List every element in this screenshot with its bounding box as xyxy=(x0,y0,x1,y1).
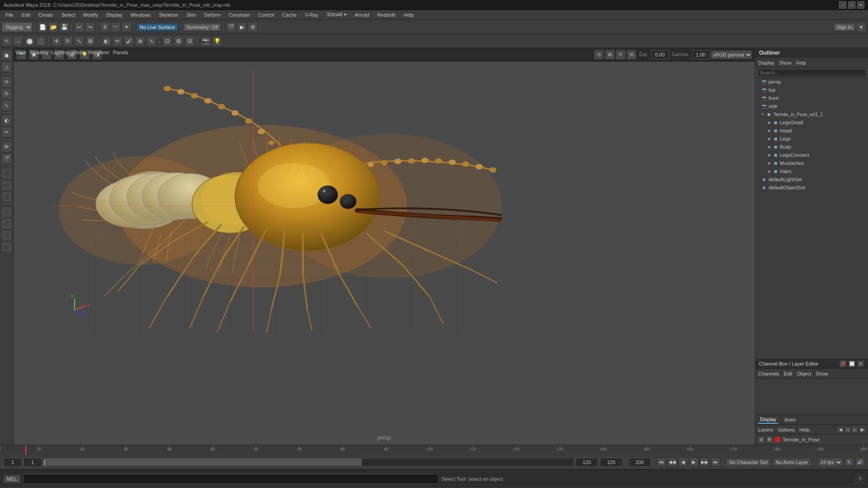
snap-surf-button[interactable]: ⊟ xyxy=(185,36,195,46)
mel-input[interactable] xyxy=(23,474,439,484)
menu-help[interactable]: Help xyxy=(400,11,418,19)
lasso-tool-button[interactable]: ⬦ xyxy=(13,36,23,46)
menu-control[interactable]: Control xyxy=(255,11,278,19)
vp-menu-panels[interactable]: Panels xyxy=(113,50,128,55)
outliner-menu-help[interactable]: Help xyxy=(796,60,807,66)
menu-deform[interactable]: Deform xyxy=(201,11,224,19)
no-live-surface-label[interactable]: No Live Surface xyxy=(137,23,178,31)
rotate-lt[interactable]: ↻ xyxy=(1,88,12,99)
soft-mod-button[interactable]: ◐ xyxy=(101,36,111,46)
channelbox-float-btn[interactable]: ⬜ xyxy=(848,360,855,367)
viewport[interactable]: 📷 ◼ ⬛ ◻ 🖼 💡 ◑ ⊙ ⊞ # ⊟ Exp: Gamma: sRGB g… xyxy=(14,48,755,445)
vp-gamma-input[interactable] xyxy=(692,50,710,59)
outliner-search-input[interactable] xyxy=(757,69,866,77)
workspace-dropdown[interactable]: ▾ xyxy=(856,22,866,32)
ipr-button[interactable]: ▶ xyxy=(237,22,247,32)
menu-constrain[interactable]: Constrain xyxy=(225,11,254,19)
mel-label[interactable]: MEL xyxy=(4,475,20,483)
vp-resolution-btn[interactable]: ⊟ xyxy=(627,50,637,60)
snap-grid-button[interactable]: # xyxy=(100,22,110,32)
tree-item-defaultlightset[interactable]: ◉ defaultLightSet xyxy=(755,175,868,183)
outliner-menu-display[interactable]: Display xyxy=(758,60,774,66)
channelbox-menu-show[interactable]: Show xyxy=(816,371,828,376)
vp-grid-btn[interactable]: # xyxy=(616,50,626,60)
tree-item-body[interactable]: ▶ ◼ Body xyxy=(755,143,868,151)
anim-end-input[interactable] xyxy=(600,458,623,467)
layer-playback-button[interactable]: P xyxy=(766,436,773,443)
layer-nav-4[interactable]: ▶ xyxy=(859,427,865,433)
tree-item-top[interactable]: 📷 top xyxy=(755,86,868,94)
tree-item-termite-group[interactable]: ▼ ◼ Termite_in_Pose_ncl1_1 xyxy=(755,110,868,118)
tree-item-hairs[interactable]: ▶ ◼ Hairs xyxy=(755,167,868,175)
sculpt-button[interactable]: ✏ xyxy=(113,36,123,46)
timeline-ruler[interactable]: 1102030405060708090100110120130140150160… xyxy=(0,445,868,455)
help-icon-btn[interactable]: ? xyxy=(855,474,864,483)
camera-tool-button[interactable]: 📷 xyxy=(201,36,211,46)
tab-anim[interactable]: Anim xyxy=(783,416,797,423)
snap-curve-button[interactable]: 〰 xyxy=(111,22,121,32)
tree-item-legs[interactable]: ▶ ◼ Legs xyxy=(755,135,868,143)
fps-dropdown[interactable]: 24 fps xyxy=(817,458,843,467)
soft-mod-lt[interactable]: ◐ xyxy=(1,115,12,126)
menu-3dtoall[interactable]: 3DtoAll ▾ xyxy=(323,11,350,19)
step-back-btn[interactable]: ◀◀ xyxy=(668,458,677,467)
render-lt[interactable]: 🎬 xyxy=(1,153,12,164)
snap-live-button[interactable]: ⊡ xyxy=(162,36,172,46)
paint-skin-button[interactable]: 🖌 xyxy=(124,36,134,46)
vp-isolate-btn[interactable]: ⊙ xyxy=(594,50,604,60)
symmetry-off-label[interactable]: Symmetry: Off xyxy=(183,23,221,31)
layers-menu[interactable]: Layers xyxy=(758,427,773,432)
tree-item-legsconnect[interactable]: ▶ ◼ LegsConnect xyxy=(755,151,868,159)
snap-proj-button[interactable]: ⊞ xyxy=(174,36,184,46)
tree-item-defaultobjectset[interactable]: ◉ defaultObjectSet xyxy=(755,183,868,192)
channelbox-pin-btn[interactable]: 📌 xyxy=(839,360,846,367)
save-file-button[interactable]: 💾 xyxy=(59,22,69,32)
layer-visibility-button[interactable]: V xyxy=(758,436,764,443)
outliner-menu-show[interactable]: Show xyxy=(779,60,792,66)
create-hair-button[interactable]: ∿ xyxy=(146,36,156,46)
channelbox-close-btn[interactable]: ✕ xyxy=(857,360,864,367)
rigging-dropdown[interactable]: Rigging xyxy=(2,22,33,32)
snap-point-button[interactable]: ✦ xyxy=(122,22,132,32)
tree-item-front[interactable]: 📷 front xyxy=(755,94,868,102)
menu-vray[interactable]: V-Ray xyxy=(301,11,322,19)
vp-exposure-input[interactable] xyxy=(651,50,669,59)
menu-select[interactable]: Select xyxy=(58,11,79,19)
go-to-end-btn[interactable]: ⏭ xyxy=(711,458,720,467)
select-mask-obj[interactable]: ◼ xyxy=(1,50,12,61)
tree-item-mustaches[interactable]: ▶ ◼ Mustaches xyxy=(755,159,868,167)
menu-arnold[interactable]: Arnold xyxy=(351,11,373,19)
current-frame-input[interactable] xyxy=(4,458,22,467)
range-bar[interactable] xyxy=(43,458,574,466)
rivet-button[interactable]: ⊕ xyxy=(135,36,145,46)
layer-nav-3[interactable]: ▷ xyxy=(852,427,858,433)
channelbox-menu-object[interactable]: Object xyxy=(797,371,811,376)
undo-button[interactable]: ↩ xyxy=(74,22,84,32)
universal-manip-button[interactable]: ⊞ xyxy=(85,36,95,46)
menu-file[interactable]: File xyxy=(2,11,17,19)
tab-display[interactable]: Display xyxy=(758,416,778,424)
prev-frame-btn[interactable]: ◀ xyxy=(679,458,688,467)
xgen2-lt[interactable]: ⬛ xyxy=(1,218,12,229)
loop-btn[interactable]: ↻ xyxy=(844,458,854,467)
menu-display[interactable]: Display xyxy=(103,11,126,19)
menu-cache[interactable]: Cache xyxy=(278,11,300,19)
audio-btn[interactable]: 🔊 xyxy=(855,458,864,467)
xgen4-lt[interactable]: ⬛ xyxy=(1,242,12,253)
tree-item-side[interactable]: 📷 side xyxy=(755,102,868,110)
no-anim-layer-label[interactable]: No Anim Layer xyxy=(773,458,811,466)
anim-end2-input[interactable] xyxy=(628,458,651,467)
render-button[interactable]: 🎬 xyxy=(226,22,236,32)
scale-tool-button[interactable]: ⤡ xyxy=(74,36,84,46)
move-tool-button[interactable]: ✛ xyxy=(52,36,61,46)
render-settings-button[interactable]: ⚙ xyxy=(248,22,258,32)
layer-nav-1[interactable]: ◀ xyxy=(837,427,844,433)
menu-redshift[interactable]: Redshift xyxy=(373,11,399,19)
menu-skin[interactable]: Skin xyxy=(183,11,199,19)
vp-menu-lighting[interactable]: Lighting xyxy=(52,50,69,55)
paint-lt[interactable]: ✏ xyxy=(1,127,12,137)
move-lt[interactable]: ✛ xyxy=(1,76,12,87)
go-to-start-btn[interactable]: ⏮ xyxy=(657,458,666,467)
render-ipr-lt[interactable]: ⬛ xyxy=(1,192,12,202)
minimize-button[interactable]: – xyxy=(839,1,846,9)
